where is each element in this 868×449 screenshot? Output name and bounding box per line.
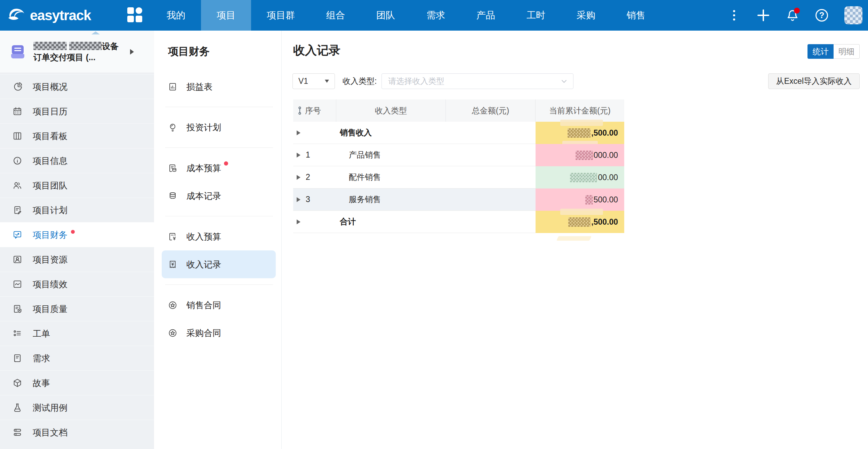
sidebar-item-calendar[interactable]: 项目日历 [0,99,154,123]
sidebar-item-plan[interactable]: 项目计划 [0,198,154,222]
sidebar-item-finance[interactable]: 项目财务 [0,222,154,247]
nav-item-project[interactable]: 项目 [201,0,251,31]
nav-item-sales[interactable]: 销售 [611,0,661,31]
project-icon [11,45,25,58]
performance-icon [13,279,22,289]
nav-item-requirement[interactable]: 需求 [411,0,461,31]
panel-item-cost-record[interactable]: 成本记录 [162,182,276,210]
cumulative-cell: 00.00 [536,166,624,189]
income-table: 序号 收入类型 总金额(元) 当前累计金额(元) 销售收入 ,500.00 1 … [293,99,624,233]
logo[interactable]: easytrack [0,0,122,31]
redacted-amount [585,195,593,205]
nav-item-procurement[interactable]: 采购 [561,0,611,31]
panel-item-cost-budget[interactable]: 成本预算 [162,154,276,182]
import-excel-button[interactable]: 从Excel导入实际收入 [768,73,860,89]
total-cell [446,189,536,211]
expand-arrow-icon[interactable] [297,219,300,224]
filter-row: V1 收入类型: 请选择收入类型 [292,73,573,89]
sidebar-item-info[interactable]: 项目信息 [0,148,154,173]
panel-item-income-record[interactable]: 收入记录 [162,250,276,278]
toggle-stat-button[interactable]: 统计 [807,44,834,59]
nav-item-timesheet[interactable]: 工时 [511,0,561,31]
panel-item-sales-contract[interactable]: 销售合同 [162,291,276,319]
cumulative-cell: 000.00 [536,144,624,166]
notifications-bell-icon[interactable] [786,9,799,22]
income-type-label: 收入类型: [343,76,377,87]
cube-icon [13,378,22,388]
avatar[interactable] [844,6,862,24]
divider [165,107,273,107]
nav-item-product[interactable]: 产品 [461,0,511,31]
sidebar-item-quality[interactable]: 项目质量 [0,296,154,321]
table-row: 2 配件销售 00.00 [293,166,624,189]
brand-name: easytrack [30,8,91,23]
sidebar-item-story[interactable]: 故事 [0,370,154,395]
calendar-icon [13,106,22,116]
project-sidebar: 设备 订单交付项目 (... 项目概况 项目日历 项目看板 项目信息 [0,31,154,449]
project-expand-arrow-icon[interactable] [130,49,134,55]
expand-arrow-icon[interactable] [297,175,300,180]
nav-item-portfolio[interactable]: 组合 [311,0,361,31]
main-menu: 我的 项目 项目群 组合 团队 需求 产品 工时 采购 销售 [151,0,661,31]
report-icon [168,82,177,91]
total-cell [446,211,536,233]
cumulative-cell: ,500.00 [536,122,624,144]
top-navbar: easytrack 我的 项目 项目群 组合 团队 需求 产品 工时 采购 销售… [0,0,868,31]
income-type-select[interactable]: 请选择收入类型 [381,73,573,89]
nav-item-program[interactable]: 项目群 [251,0,311,31]
sidebar-item-team[interactable]: 项目团队 [0,173,154,198]
header-total[interactable]: 总金额(元) [446,99,536,122]
total-cell [446,122,536,144]
version-select[interactable]: V1 [292,73,335,89]
ticket-icon [13,329,22,338]
panel-item-purchase-contract[interactable]: 采购合同 [162,319,276,347]
project-name: 设备 订单交付项目 (... [33,41,127,63]
collapse-arrow-icon[interactable] [91,31,100,34]
table-row: 1 产品销售 000.00 [293,144,624,166]
redacted-amount [568,217,590,227]
sidebar-item-resource[interactable]: 项目资源 [0,247,154,272]
sidebar-item-overview[interactable]: 项目概况 [0,74,154,99]
table-row-total: 合计 ,500.00 [293,211,624,233]
sidebar-item-testcase[interactable]: 测试用例 [0,395,154,420]
nav-actions: ? [728,0,862,31]
page-title: 收入记录 [293,42,340,58]
header-cumulative[interactable]: 当前累计金额(元) [536,99,624,122]
more-menu-icon[interactable] [728,9,741,22]
pie-chart-icon [13,82,22,91]
cumulative-cell: ,500.00 [536,211,624,233]
redacted-text [69,42,102,50]
table-row: 3 服务销售 500.00 [293,189,624,211]
help-icon[interactable]: ? [815,9,828,22]
kanban-icon [13,131,22,141]
select-placeholder: 请选择收入类型 [388,76,444,87]
team-icon [13,181,22,190]
nav-item-mine[interactable]: 我的 [151,0,201,31]
total-cell [446,166,536,189]
header-type[interactable]: 收入类型 [336,99,446,122]
sidebar-item-performance[interactable]: 项目绩效 [0,272,154,296]
toggle-detail-button[interactable]: 明细 [834,44,860,59]
cumulative-cell: 500.00 [536,189,624,211]
redacted-amount [576,151,593,160]
panel-item-income-budget[interactable]: 收入预算 [162,223,276,250]
sidebar-item-documents[interactable]: 项目文档 [0,420,154,444]
stat-detail-toggle: 统计 明细 [807,44,860,59]
expand-arrow-icon[interactable] [297,130,300,135]
expand-arrow-icon[interactable] [297,153,300,158]
sidebar-item-ticket[interactable]: 工单 [0,321,154,346]
panel-title: 项目财务 [168,45,281,59]
apps-grid-icon[interactable] [127,7,143,23]
add-icon[interactable] [757,9,770,22]
header-seq[interactable]: 序号 [293,99,336,122]
project-selector[interactable]: 设备 订单交付项目 (... [0,31,154,73]
sidebar-item-kanban[interactable]: 项目看板 [0,123,154,148]
drag-handle-icon [297,106,303,115]
panel-item-profit-loss[interactable]: 损益表 [162,73,276,101]
plan-icon [13,205,22,215]
nav-item-team[interactable]: 团队 [361,0,411,31]
panel-item-investment-plan[interactable]: 投资计划 [162,113,276,141]
sidebar-item-requirement[interactable]: 需求 [0,346,154,370]
expand-arrow-icon[interactable] [297,197,300,202]
bulb-icon [168,123,177,132]
